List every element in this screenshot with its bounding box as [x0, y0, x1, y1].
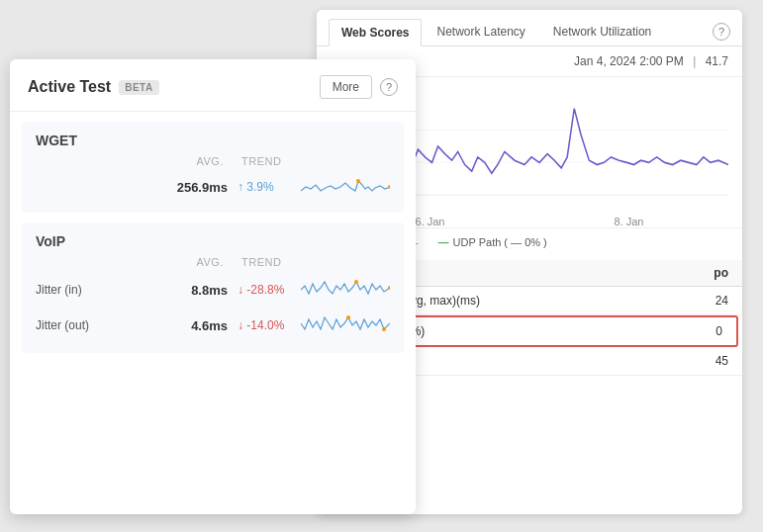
voip-jitter-out-row: Jitter (out) 4.6ms ↓ -14.0%: [30, 308, 396, 343]
legend-udp-label: UDP Path ( — 0% ): [453, 236, 547, 248]
wget-col-trend: TREND: [241, 155, 301, 167]
voip-col-trend: TREND: [241, 256, 301, 268]
beta-badge: BETA: [119, 80, 158, 95]
tab-network-utilization[interactable]: Network Utilization: [540, 18, 664, 45]
wget-title: WGET: [36, 133, 77, 148]
tab-network-latency[interactable]: Network Latency: [424, 18, 537, 45]
wget-metric-row: 256.9ms ↑ 3.9%: [30, 171, 396, 203]
voip-jitter-in-avg: 8.8ms: [191, 283, 228, 298]
svg-point-5: [354, 280, 358, 284]
chart-value: 41.7: [706, 54, 728, 68]
voip-col-headers: AVG. TREND: [30, 256, 396, 272]
front-panel: Active Test BETA More ? WGET AVG. TREND …: [10, 59, 416, 514]
wget-avg-value: 256.9ms: [177, 180, 228, 195]
row-value-rtt: 24: [715, 294, 728, 308]
wget-col-avg: AVG.: [197, 155, 224, 167]
wget-col-headers: AVG. TREND: [30, 155, 396, 171]
voip-jitter-out-arrow: ↓: [238, 318, 243, 332]
legend-udp: — UDP Path ( — 0% ): [438, 236, 547, 248]
voip-jitter-in-trend-value: -28.8%: [246, 283, 284, 297]
voip-jitter-out-chart: [301, 311, 390, 339]
tabs-container: Web Scores Network Latency Network Utili…: [317, 10, 742, 46]
row-value-pktloss: 0: [715, 324, 722, 338]
front-panel-header: Active Test BETA More ?: [10, 59, 416, 112]
xaxis-label-1: 6. Jan: [416, 216, 445, 227]
svg-point-3: [356, 179, 360, 183]
wget-trend: ↑ 3.9%: [238, 180, 293, 194]
wget-trend-arrow: ↑: [238, 180, 243, 194]
wget-section: WGET AVG. TREND 256.9ms ↑ 3.9%: [22, 122, 404, 213]
row-value-jitter: 45: [715, 354, 728, 368]
chart-date: Jan 4, 2024 2:00 PM: [574, 54, 684, 68]
voip-jitter-out-avg: 4.6ms: [191, 318, 228, 333]
voip-jitter-out-name: Jitter (out): [36, 318, 89, 332]
wget-trend-value: 3.9%: [246, 180, 273, 194]
svg-point-8: [382, 327, 386, 331]
voip-section: VoIP AVG. TREND Jitter (in) 8.8ms ↓ -28.…: [22, 222, 404, 353]
wget-col-chart-spacer: [301, 155, 390, 167]
voip-jitter-in-row: Jitter (in) 8.8ms ↓ -28.8%: [30, 272, 396, 308]
xaxis-label-2: 8. Jan: [615, 216, 644, 227]
panel-title: Active Test: [28, 78, 111, 96]
help-icon[interactable]: ?: [713, 23, 730, 41]
voip-title: VoIP: [36, 233, 65, 249]
svg-point-7: [346, 315, 350, 319]
svg-point-4: [388, 185, 390, 189]
more-button[interactable]: More: [320, 75, 372, 99]
wget-title-row: WGET: [30, 132, 396, 155]
voip-title-row: VoIP: [30, 232, 396, 256]
voip-jitter-out-trend: ↓ -14.0%: [238, 318, 293, 332]
voip-col-avg: AVG.: [197, 256, 224, 268]
legend-udp-line: —: [438, 236, 449, 248]
tab-web-scores[interactable]: Web Scores: [329, 19, 422, 46]
separator: |: [693, 54, 696, 68]
voip-jitter-in-trend: ↓ -28.8%: [238, 283, 293, 297]
voip-col-chart-spacer: [301, 256, 390, 268]
voip-jitter-in-arrow: ↓: [238, 283, 243, 297]
wget-mini-chart: [301, 173, 390, 201]
table-col-po: po: [714, 266, 728, 280]
voip-jitter-in-name: Jitter (in): [36, 283, 82, 297]
help-icon-front[interactable]: ?: [380, 78, 398, 96]
voip-jitter-in-chart: [301, 276, 390, 304]
voip-jitter-out-trend-value: -14.0%: [246, 318, 284, 332]
